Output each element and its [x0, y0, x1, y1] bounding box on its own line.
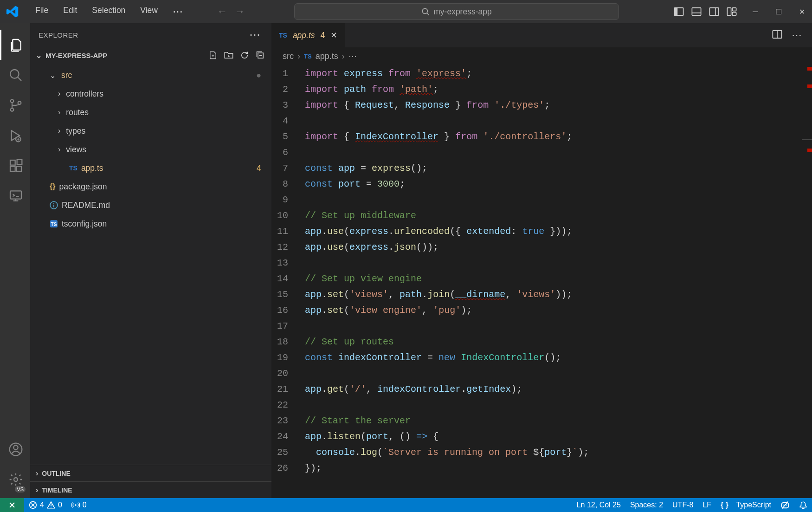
status-ports[interactable]: 0 [67, 501, 91, 509]
timeline-section[interactable]: ›TIMELINE [30, 481, 271, 498]
refresh-icon[interactable] [240, 51, 249, 60]
code-editor[interactable]: 1234567891011121314151617181920212223242… [271, 65, 812, 498]
ts-file-icon: TS [304, 53, 312, 60]
collapse-all-icon[interactable] [256, 51, 265, 60]
project-name: MY-EXPRESS-APP [45, 52, 107, 59]
folder-controllers[interactable]: ›controllers [30, 84, 271, 103]
overview-ruler[interactable] [802, 65, 812, 498]
activity-run-debug-icon[interactable] [0, 120, 30, 150]
svg-rect-23 [17, 159, 22, 164]
tab-app-ts[interactable]: TS app.ts 4 ✕ [271, 23, 345, 47]
window-close-icon[interactable]: ✕ [797, 7, 806, 16]
folder-types[interactable]: ›types [30, 122, 271, 140]
menu-overflow-icon[interactable]: ⋯ [166, 3, 189, 20]
file-tree: ⌄src● ›controllers ›routes ›types ›views… [30, 64, 271, 465]
activity-source-control-icon[interactable] [0, 90, 30, 120]
activity-remote-explorer-icon[interactable] [0, 181, 30, 211]
search-placeholder: my-express-app [433, 7, 491, 17]
status-encoding[interactable]: UTF-8 [668, 500, 698, 510]
layout-panel-icon[interactable] [691, 6, 702, 17]
svg-line-13 [18, 77, 21, 81]
folder-src[interactable]: ⌄src● [30, 66, 271, 84]
svg-point-16 [18, 101, 21, 104]
explorer-more-icon[interactable]: ⋯ [249, 28, 261, 41]
svg-point-26 [13, 445, 18, 449]
menu-edit[interactable]: Edit [57, 3, 84, 20]
status-notifications-icon[interactable] [794, 500, 812, 510]
svg-rect-20 [10, 160, 15, 165]
window-maximize-icon[interactable]: ☐ [774, 7, 783, 16]
svg-rect-11 [732, 12, 736, 15]
activity-accounts-icon[interactable] [0, 434, 30, 464]
editor-more-icon[interactable]: ⋯ [792, 29, 802, 41]
info-file-icon [50, 201, 58, 209]
svg-point-27 [14, 478, 18, 481]
activity-search-icon[interactable] [0, 60, 30, 90]
svg-rect-22 [16, 166, 21, 171]
editor-area: TS app.ts 4 ✕ ⋯ src › TS app.ts › ⋯ 1234… [271, 23, 812, 498]
outline-section[interactable]: ›OUTLINE [30, 465, 271, 481]
status-problems[interactable]: 4 0 [24, 501, 67, 509]
file-readme[interactable]: README.md [30, 196, 271, 214]
status-language-mode[interactable]: { } TypeScript [716, 500, 776, 510]
svg-rect-3 [674, 8, 677, 16]
json-file-icon: {} [50, 182, 55, 191]
status-eol[interactable]: LF [698, 500, 716, 510]
layout-secondary-sidebar-icon[interactable] [709, 6, 719, 17]
svg-point-32 [53, 203, 54, 204]
svg-point-12 [10, 70, 19, 78]
split-editor-icon[interactable] [772, 29, 782, 41]
folder-views[interactable]: ›views [30, 140, 271, 159]
vscode-logo-icon [6, 5, 19, 19]
remote-indicator-icon[interactable] [0, 498, 24, 512]
svg-text:TS: TS [51, 222, 57, 227]
svg-line-1 [427, 13, 430, 15]
file-app-ts[interactable]: TS app.ts 4 [30, 159, 271, 177]
new-folder-icon[interactable] [224, 51, 233, 60]
layout-customize-icon[interactable] [727, 6, 737, 17]
tab-close-icon[interactable]: ✕ [330, 30, 337, 40]
svg-rect-9 [727, 8, 731, 16]
activity-settings-icon[interactable] [0, 464, 30, 494]
status-indentation[interactable]: Spaces: 2 [625, 500, 668, 510]
code-content[interactable]: import express from 'express';import pat… [305, 65, 802, 498]
svg-rect-21 [10, 166, 15, 171]
activity-extensions-icon[interactable] [0, 150, 30, 181]
breadcrumb[interactable]: src › TS app.ts › ⋯ [271, 47, 812, 65]
editor-tabs: TS app.ts 4 ✕ ⋯ [271, 23, 812, 47]
new-file-icon[interactable] [208, 51, 218, 60]
status-cursor-position[interactable]: Ln 12, Col 25 [572, 500, 625, 510]
ts-file-icon: TS [69, 164, 77, 172]
svg-rect-24 [10, 191, 21, 199]
explorer-title: EXPLORER [39, 31, 78, 39]
svg-point-14 [11, 99, 14, 103]
file-tsconfig[interactable]: TS tsconfig.json [30, 214, 271, 233]
nav-back-icon[interactable]: ← [217, 6, 227, 18]
svg-point-41 [51, 507, 52, 508]
status-copilot-icon[interactable] [776, 500, 794, 510]
tsconfig-file-icon: TS [50, 220, 58, 228]
file-package-json[interactable]: {} package.json [30, 177, 271, 196]
svg-point-0 [423, 8, 428, 13]
layout-primary-sidebar-icon[interactable] [674, 6, 684, 17]
menu-selection[interactable]: Selection [85, 3, 132, 20]
menu-view[interactable]: View [134, 3, 164, 20]
line-number-gutter: 1234567891011121314151617181920212223242… [271, 65, 305, 498]
svg-point-15 [11, 108, 14, 111]
command-center-search[interactable]: my-express-app [294, 3, 619, 20]
sidebar-explorer: EXPLORER ⋯ ⌄MY-EXPRESS-APP ⌄src● ›contro… [30, 23, 271, 498]
statusbar: 4 0 0 Ln 12, Col 25 Spaces: 2 UTF-8 LF {… [0, 498, 812, 512]
nav-forward-icon[interactable]: → [235, 6, 245, 18]
ts-file-icon: TS [279, 32, 287, 39]
menubar: File Edit Selection View ⋯ [29, 3, 189, 20]
activity-bar [0, 23, 30, 498]
svg-rect-10 [732, 8, 736, 11]
menu-file[interactable]: File [29, 3, 55, 20]
activity-explorer-icon[interactable] [0, 30, 30, 60]
titlebar: File Edit Selection View ⋯ ← → my-expres… [0, 0, 812, 23]
folder-routes[interactable]: ›routes [30, 103, 271, 122]
svg-rect-7 [709, 8, 718, 16]
svg-point-42 [75, 504, 76, 506]
project-section-header[interactable]: ⌄MY-EXPRESS-APP [30, 46, 271, 64]
window-minimize-icon[interactable]: ─ [751, 7, 760, 16]
